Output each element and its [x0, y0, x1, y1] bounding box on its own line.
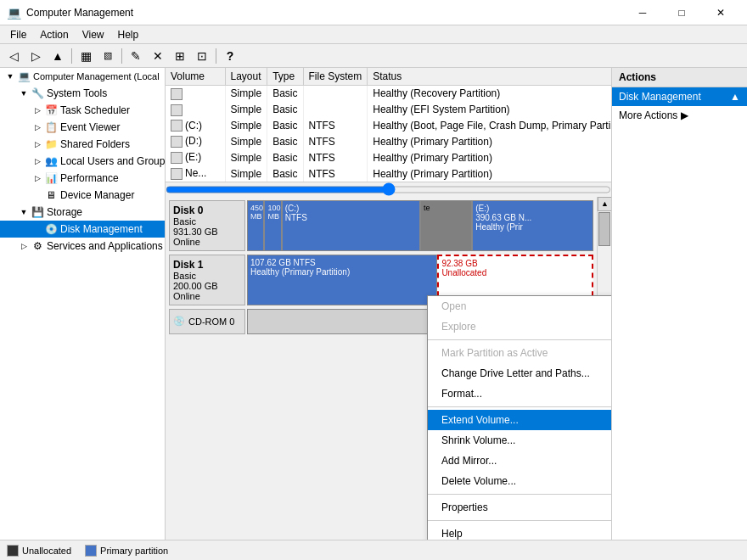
event-viewer-icon: 📋: [44, 120, 58, 134]
partition-disk1-p1[interactable]: 107.62 GB NTFS Healthy (Primary Partitio…: [247, 255, 437, 305]
cell-volume: [166, 102, 225, 118]
partition-middle[interactable]: te: [420, 200, 472, 251]
partition-c[interactable]: (C:) NTFS: [282, 200, 420, 251]
disk1-p1-size: 107.62 GB NTFS: [250, 258, 434, 267]
ctx-extend[interactable]: Extend Volume...: [428, 410, 611, 430]
new-button[interactable]: ✎: [126, 47, 146, 65]
ctx-help[interactable]: Help: [428, 524, 611, 540]
table-row[interactable]: Simple Basic Healthy (Recovery Partition…: [166, 86, 611, 102]
cell-fs: NTFS: [303, 118, 368, 134]
menu-file[interactable]: File: [3, 27, 33, 42]
minimize-button[interactable]: ─: [623, 0, 662, 25]
cdrom-label: 💿 CD-ROM 0: [169, 309, 245, 334]
ctx-explore[interactable]: Explore: [428, 316, 611, 337]
table-row[interactable]: Simple Basic Healthy (EFI System Partiti…: [166, 102, 611, 118]
delete-button[interactable]: ✕: [148, 47, 168, 65]
cell-status: Healthy (Primary Partition): [368, 133, 611, 149]
disk-0-type: Basic: [173, 216, 241, 227]
ctx-delete[interactable]: Delete Volume...: [428, 471, 611, 491]
menu-view[interactable]: View: [76, 27, 111, 42]
cell-status: Healthy (Boot, Page File, Crash Dump, Pr…: [368, 118, 611, 134]
cell-layout: Simple: [225, 86, 267, 102]
partition-e[interactable]: (E:) 390.63 GB N... Healthy (Prir: [472, 200, 593, 251]
tree-device-manager[interactable]: 🖥 Device Manager: [0, 187, 165, 204]
close-button[interactable]: ✕: [701, 0, 740, 25]
actions-disk-mgmt[interactable]: Disk Management ▲: [612, 87, 747, 106]
cell-layout: Simple: [225, 102, 267, 118]
help-button[interactable]: ?: [220, 47, 240, 65]
storage-toggle[interactable]: ▼: [17, 205, 31, 219]
volume-table: Volume Layout Type File System Status Si…: [166, 68, 611, 182]
properties-button[interactable]: ▧: [98, 47, 118, 65]
ctx-sep1: [428, 339, 611, 340]
services-toggle[interactable]: ▷: [17, 239, 31, 253]
scroll-up[interactable]: ▲: [598, 197, 611, 211]
scroll-thumb[interactable]: [598, 212, 610, 246]
col-fs: File System: [303, 68, 368, 86]
partition-efi[interactable]: 100 MB: [264, 200, 281, 251]
ctx-shrink[interactable]: Shrink Volume...: [428, 430, 611, 451]
cell-fs: NTFS: [303, 133, 368, 149]
maximize-button[interactable]: □: [662, 0, 701, 25]
tree-local-users[interactable]: ▷ 👥 Local Users and Groups: [0, 153, 165, 170]
ctx-add-mirror[interactable]: Add Mirror...: [428, 451, 611, 471]
table-row[interactable]: (C:) Simple Basic NTFS Healthy (Boot, Pa…: [166, 118, 611, 134]
ctx-format[interactable]: Format...: [428, 384, 611, 404]
legend-unallocated-text: Unallocated: [22, 546, 71, 556]
local-users-toggle[interactable]: ▷: [31, 154, 44, 168]
root-label: Computer Management (Local: [33, 71, 160, 81]
tree-storage[interactable]: ▼ 💾 Storage: [0, 204, 165, 221]
refresh-button[interactable]: ⊞: [170, 47, 190, 65]
cdrom-name: CD-ROM 0: [188, 316, 234, 327]
tree-event-viewer[interactable]: ▷ 📋 Event Viewer: [0, 119, 165, 136]
cell-volume: (E:): [166, 149, 225, 165]
menu-action[interactable]: Action: [33, 27, 75, 42]
disk-1-name: Disk 1: [173, 259, 241, 271]
table-row[interactable]: (D:) Simple Basic NTFS Healthy (Primary …: [166, 133, 611, 149]
show-hide-button[interactable]: ▦: [76, 47, 96, 65]
disk-0-name: Disk 0: [173, 204, 241, 216]
ctx-open[interactable]: Open: [428, 296, 611, 316]
disk-1-status: Online: [173, 291, 241, 301]
partition-e-status: Healthy (Prir: [475, 222, 590, 232]
disk-0-status: Online: [173, 237, 241, 247]
tree-shared-folders[interactable]: ▷ 📁 Shared Folders: [0, 136, 165, 153]
tree-system-tools[interactable]: ▼ 🔧 System Tools: [0, 85, 165, 102]
root-toggle[interactable]: ▼: [3, 70, 17, 83]
storage-label: Storage: [47, 206, 82, 218]
partition-e-label: (E:): [475, 204, 590, 213]
task-scheduler-icon: 📅: [44, 104, 58, 117]
cell-volume: Ne...: [166, 165, 225, 182]
tree-disk-management[interactable]: 💿 Disk Management: [0, 221, 165, 238]
performance-toggle[interactable]: ▷: [31, 171, 44, 185]
legend-primary: Primary partition: [85, 545, 168, 557]
actions-more[interactable]: More Actions ▶: [612, 106, 747, 125]
tree-task-scheduler[interactable]: ▷ 📅 Task Scheduler: [0, 102, 165, 119]
export-button[interactable]: ⊡: [192, 47, 212, 65]
tree-services[interactable]: ▷ ⚙ Services and Applications: [0, 238, 165, 255]
legend-unallocated-box: [7, 545, 19, 557]
ctx-properties[interactable]: Properties: [428, 497, 611, 518]
forward-button[interactable]: ▷: [25, 47, 46, 65]
table-row[interactable]: (E:) Simple Basic NTFS Healthy (Primary …: [166, 149, 611, 165]
device-manager-label: Device Manager: [60, 189, 134, 201]
tree-root[interactable]: ▼ 💻 Computer Management (Local: [0, 68, 165, 85]
up-button[interactable]: ▲: [48, 47, 68, 65]
tree-performance[interactable]: ▷ 📊 Performance: [0, 170, 165, 187]
local-users-label: Local Users and Groups: [60, 155, 166, 167]
partition-recovery[interactable]: 450 MB: [247, 200, 264, 251]
table-row[interactable]: Ne... Simple Basic NTFS Healthy (Primary…: [166, 165, 611, 182]
cell-type: Basic: [267, 118, 303, 134]
cell-fs: NTFS: [303, 149, 368, 165]
shared-folders-toggle[interactable]: ▷: [31, 137, 44, 151]
performance-icon: 📊: [44, 171, 58, 185]
task-scheduler-toggle[interactable]: ▷: [31, 104, 44, 117]
ctx-change-drive[interactable]: Change Drive Letter and Paths...: [428, 363, 611, 384]
table-hscroll[interactable]: [166, 182, 611, 197]
back-button[interactable]: ◁: [3, 47, 24, 65]
system-tools-toggle[interactable]: ▼: [17, 87, 31, 100]
device-manager-icon: 🖥: [44, 188, 58, 202]
menu-help[interactable]: Help: [111, 27, 146, 42]
task-scheduler-label: Task Scheduler: [60, 104, 130, 116]
event-viewer-toggle[interactable]: ▷: [31, 120, 44, 134]
